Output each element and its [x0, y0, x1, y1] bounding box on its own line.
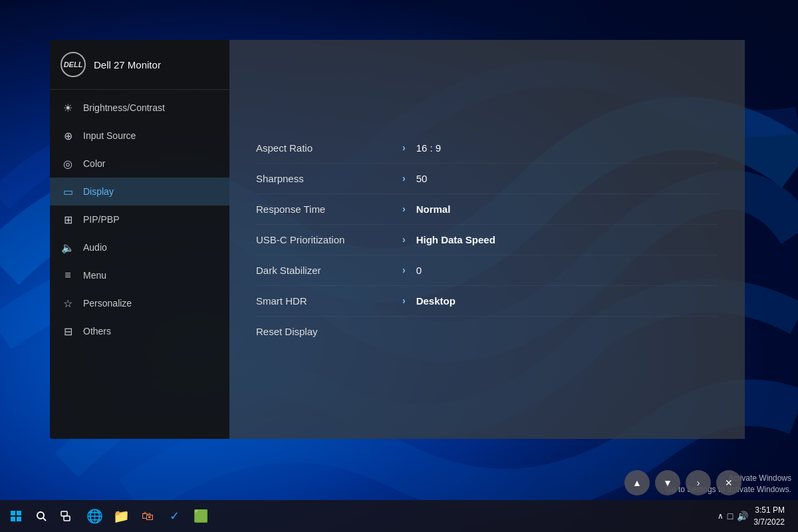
sidebar-label-brightness: Brightness/Contrast [83, 102, 165, 113]
sidebar-item-personalize[interactable]: ☆ Personalize [50, 289, 229, 317]
sharpness-value: 50 [416, 173, 428, 184]
audio-icon: 🔈 [61, 240, 75, 255]
store-app[interactable]: 🛍 [136, 504, 160, 528]
reset-display-label: Reset Display [256, 326, 402, 337]
dark-stabilizer-value: 0 [416, 265, 422, 276]
sidebar-label-display: Display [83, 186, 114, 197]
osd-close-button[interactable]: ✕ [716, 470, 741, 495]
menu-icon: ≡ [61, 268, 75, 283]
svg-line-6 [43, 518, 46, 521]
sidebar-item-pip[interactable]: ⊞ PIP/PBP [50, 205, 229, 233]
response-time-value: Normal [416, 203, 451, 215]
sidebar-item-color[interactable]: ◎ Color [50, 150, 229, 178]
sidebar: DELL Dell 27 Monitor ☀ Brightness/Contra… [50, 40, 229, 439]
sidebar-label-audio: Audio [83, 242, 107, 253]
sidebar-header: DELL Dell 27 Monitor [50, 40, 229, 90]
smart-hdr-row[interactable]: Smart HDR › Desktop [256, 286, 718, 317]
sharpness-row[interactable]: Sharpness › 50 [256, 164, 718, 194]
sidebar-label-menu: Menu [83, 270, 106, 281]
svg-rect-4 [17, 517, 21, 521]
taskbar-time-value: 3:51 PM [753, 504, 785, 516]
osd-down-button[interactable]: ▼ [655, 470, 680, 495]
search-icon [35, 510, 47, 522]
taskview-icon [61, 510, 72, 522]
smart-hdr-chevron: › [402, 295, 406, 306]
sidebar-item-display[interactable]: ▭ Display [50, 178, 229, 205]
usbc-chevron: › [402, 234, 406, 245]
xbox-app[interactable]: 🟩 [189, 504, 213, 528]
aspect-ratio-value: 16 : 9 [416, 142, 442, 154]
svg-rect-1 [11, 511, 15, 515]
monitor-title: Dell 27 Monitor [94, 59, 161, 70]
dark-stabilizer-chevron: › [402, 265, 406, 275]
chevron-up-icon[interactable]: ∧ [718, 511, 724, 521]
input-icon: ⊕ [61, 128, 75, 143]
osd-up-button[interactable]: ▲ [624, 470, 650, 495]
sidebar-item-input[interactable]: ⊕ Input Source [50, 122, 229, 150]
personalize-icon: ☆ [61, 296, 75, 311]
response-time-row[interactable]: Response Time › Normal [256, 194, 718, 225]
sidebar-item-audio[interactable]: 🔈 Audio [50, 233, 229, 261]
sidebar-item-menu[interactable]: ≡ Menu [50, 261, 229, 289]
pip-icon: ⊞ [61, 212, 75, 227]
usbc-row[interactable]: USB-C Prioritization › High Data Speed [256, 225, 718, 255]
svg-rect-8 [64, 516, 70, 521]
svg-rect-3 [11, 517, 15, 521]
taskbar-right-area: ∧ □ 🔊 3:51 PM 3/7/2022 [718, 504, 793, 528]
network-icon[interactable]: □ [728, 511, 733, 521]
brightness-icon: ☀ [61, 100, 75, 115]
sharpness-label: Sharpness [256, 173, 402, 184]
aspect-ratio-row[interactable]: Aspect Ratio › 16 : 9 [256, 133, 718, 164]
display-settings-panel: Aspect Ratio › 16 : 9 Sharpness › 50 Res… [229, 40, 745, 439]
display-icon: ▭ [61, 184, 75, 199]
sidebar-label-others: Others [83, 326, 111, 336]
smart-hdr-value: Desktop [416, 295, 456, 307]
sidebar-menu: ☀ Brightness/Contrast ⊕ Input Source ◎ C… [50, 90, 229, 439]
dell-logo-text: DELL [64, 61, 83, 68]
taskbar-start-area [5, 505, 77, 527]
sidebar-label-pip: PIP/PBP [83, 214, 119, 225]
dark-stabilizer-row[interactable]: Dark Stabilizer › 0 [256, 255, 718, 286]
edge-browser-app[interactable]: 🌐 [82, 504, 106, 528]
sidebar-label-personalize: Personalize [83, 298, 132, 309]
svg-rect-7 [61, 511, 67, 516]
sidebar-item-brightness[interactable]: ☀ Brightness/Contrast [50, 94, 229, 122]
response-time-chevron: › [402, 203, 406, 214]
volume-icon[interactable]: 🔊 [737, 511, 748, 521]
sharpness-chevron: › [402, 173, 406, 184]
taskbar-apps: 🌐 📁 🛍 ✓ 🟩 [82, 504, 213, 528]
usbc-label: USB-C Prioritization [256, 234, 402, 245]
search-button[interactable] [31, 505, 52, 527]
taskbar-clock[interactable]: 3:51 PM 3/7/2022 [753, 504, 787, 528]
taskbar-date-value: 3/7/2022 [753, 516, 785, 528]
svg-rect-2 [17, 511, 21, 515]
windows-icon [10, 510, 22, 522]
color-icon: ◎ [61, 156, 75, 171]
svg-point-5 [37, 512, 44, 519]
dark-stabilizer-label: Dark Stabilizer [256, 265, 402, 276]
sidebar-label-input: Input Source [83, 130, 136, 141]
others-icon: ⊟ [61, 324, 75, 338]
task-view-button[interactable] [56, 505, 77, 527]
aspect-ratio-chevron: › [402, 142, 406, 153]
aspect-ratio-label: Aspect Ratio [256, 142, 402, 154]
response-time-label: Response Time [256, 203, 402, 215]
reset-display-row[interactable]: Reset Display [256, 317, 718, 346]
system-tray: ∧ □ 🔊 [718, 511, 748, 521]
usbc-value: High Data Speed [416, 234, 495, 245]
smart-hdr-label: Smart HDR [256, 295, 402, 307]
osd-select-button[interactable]: › [686, 470, 711, 495]
taskbar: 🌐 📁 🛍 ✓ 🟩 ∧ □ 🔊 3:51 PM 3/7/2022 [0, 500, 798, 532]
start-button[interactable] [5, 505, 27, 527]
file-explorer-app[interactable]: 📁 [109, 504, 133, 528]
dell-logo: DELL [61, 52, 86, 77]
sidebar-item-others[interactable]: ⊟ Others [50, 317, 229, 345]
sidebar-label-color: Color [83, 158, 105, 169]
osd-navigation: ▲ ▼ › ✕ [624, 470, 741, 495]
todo-app[interactable]: ✓ [162, 504, 186, 528]
